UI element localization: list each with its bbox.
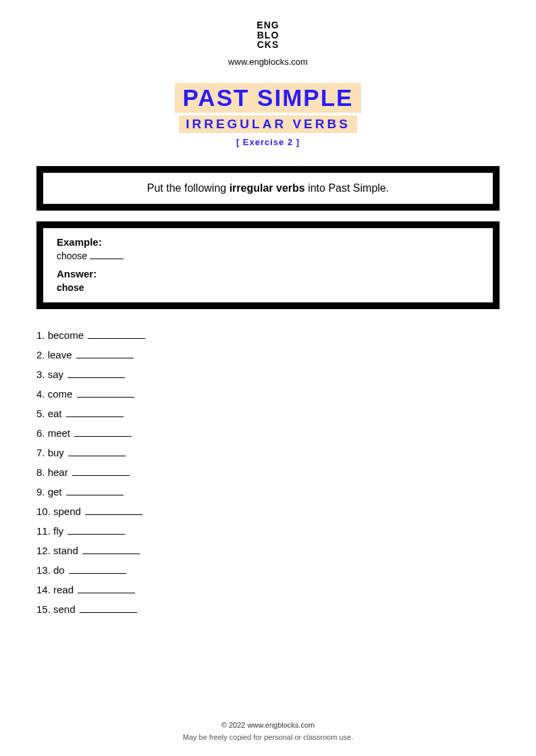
- question-item: 13. do: [36, 564, 500, 576]
- question-number: 5.: [36, 408, 45, 419]
- question-item: 8. hear: [36, 466, 500, 478]
- logo-line-2: BLO: [257, 30, 279, 40]
- answer-blank[interactable]: [68, 456, 126, 456]
- question-item: 1. become: [36, 329, 500, 341]
- page-header: ENG BLO CKS www.engblocks.com: [36, 20, 500, 67]
- question-word: meet: [48, 427, 70, 439]
- example-box: Example: choose Answer: chose: [36, 221, 500, 309]
- example-label: Example:: [57, 236, 479, 248]
- answer-blank[interactable]: [88, 338, 145, 339]
- question-item: 9. get: [36, 486, 500, 497]
- question-number: 7.: [36, 447, 45, 458]
- question-item: 2. leave: [36, 349, 500, 360]
- question-number: 8.: [36, 466, 45, 478]
- questions-list: 1. become 2. leave 3. say 4. come 5. eat…: [36, 329, 500, 615]
- instruction-post: into Past Simple.: [305, 182, 390, 194]
- question-number: 2.: [36, 349, 45, 360]
- title-exercise: [ Exercise 2 ]: [36, 137, 500, 147]
- example-word: choose: [57, 250, 87, 261]
- answer-blank[interactable]: [78, 593, 135, 593]
- question-item: 5. eat: [36, 408, 500, 419]
- logo: ENG BLO CKS: [257, 20, 279, 50]
- answer-blank[interactable]: [77, 397, 134, 398]
- question-item: 6. meet: [36, 427, 500, 439]
- question-item: 3. say: [36, 369, 500, 380]
- answer-label: Answer:: [57, 268, 479, 279]
- logo-line-3: CKS: [257, 40, 279, 50]
- example-blank: [90, 259, 124, 259]
- instruction-box: Put the following irregular verbs into P…: [36, 166, 500, 211]
- logo-line-1: ENG: [257, 20, 279, 30]
- question-item: 12. stand: [36, 545, 500, 556]
- answer-blank[interactable]: [80, 612, 137, 613]
- question-word: hear: [48, 466, 68, 478]
- question-number: 1.: [36, 329, 45, 341]
- question-item: 10. spend: [36, 506, 500, 517]
- question-word: do: [53, 564, 65, 576]
- answer-word: chose: [57, 282, 479, 293]
- answer-blank[interactable]: [82, 554, 140, 554]
- question-item: 7. buy: [36, 447, 500, 458]
- question-word: buy: [48, 447, 64, 458]
- title-block: PAST SIMPLE IRREGULAR VERBS [ Exercise 2…: [36, 83, 500, 147]
- answer-blank[interactable]: [66, 416, 124, 417]
- answer-blank[interactable]: [72, 475, 130, 476]
- instruction-pre: Put the following: [147, 182, 230, 194]
- answer-blank[interactable]: [66, 495, 124, 495]
- answer-blank[interactable]: [74, 436, 132, 437]
- answer-blank[interactable]: [68, 534, 125, 535]
- question-word: send: [53, 603, 76, 615]
- question-item: 15. send: [36, 603, 500, 615]
- question-number: 14.: [36, 584, 51, 595]
- question-number: 11.: [36, 525, 51, 537]
- footer-license: May be freely copied for personal or cla…: [0, 733, 536, 741]
- answer-blank[interactable]: [76, 358, 134, 358]
- question-item: 14. read: [36, 584, 500, 595]
- answer-blank[interactable]: [85, 514, 142, 515]
- footer-copyright: © 2022 www.engblocks.com: [0, 721, 536, 729]
- question-number: 15.: [36, 603, 51, 615]
- question-word: say: [48, 369, 63, 380]
- question-word: come: [48, 388, 73, 400]
- question-word: eat: [48, 408, 62, 419]
- question-word: spend: [53, 506, 81, 517]
- question-word: leave: [48, 349, 72, 360]
- question-number: 3.: [36, 369, 45, 380]
- question-word: read: [53, 584, 74, 595]
- question-number: 13.: [36, 564, 51, 576]
- question-word: stand: [53, 545, 78, 556]
- question-number: 12.: [36, 545, 51, 556]
- question-item: 4. come: [36, 388, 500, 400]
- question-number: 6.: [36, 427, 45, 439]
- instruction-bold: irregular verbs: [230, 182, 305, 194]
- question-word: fly: [53, 525, 63, 537]
- answer-blank[interactable]: [69, 573, 126, 574]
- question-number: 4.: [36, 388, 45, 400]
- page-footer: © 2022 www.engblocks.com May be freely c…: [0, 721, 536, 741]
- example-line: choose: [57, 250, 479, 261]
- answer-blank[interactable]: [68, 377, 125, 378]
- question-item: 11. fly: [36, 525, 500, 537]
- question-number: 10.: [36, 506, 51, 517]
- question-word: become: [48, 329, 84, 341]
- title-main: PAST SIMPLE: [175, 83, 362, 113]
- site-url: www.engblocks.com: [36, 57, 500, 67]
- title-sub: IRREGULAR VERBS: [179, 115, 357, 133]
- question-word: get: [48, 486, 62, 497]
- question-number: 9.: [36, 486, 45, 497]
